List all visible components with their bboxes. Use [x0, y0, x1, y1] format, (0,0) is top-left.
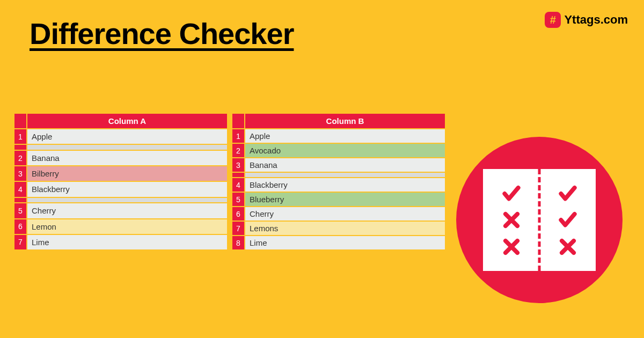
- table-row: 6Cherry: [232, 207, 445, 221]
- row-number: 4: [14, 182, 26, 196]
- table-row: 1Apple: [14, 129, 227, 144]
- row-number: 3: [14, 166, 26, 181]
- illustration-circle: [456, 137, 623, 303]
- diff-tables: Column A 1Apple2Banana3Bilberry4Blackber…: [13, 113, 446, 251]
- row-value: [27, 145, 227, 150]
- row-number: 1: [232, 129, 244, 143]
- row-number: 7: [14, 235, 26, 249]
- row-value: Lemons: [245, 222, 445, 235]
- column-b-header: Column B: [245, 114, 445, 128]
- brand: # Yttags.com: [545, 12, 628, 28]
- table-row: 8Lime: [232, 236, 445, 249]
- table-row: [14, 198, 227, 203]
- row-value: Lime: [245, 236, 445, 249]
- row-value: Avocado: [245, 144, 445, 157]
- table-row: [14, 145, 227, 150]
- table-row: 4Blackberry: [232, 178, 445, 192]
- check-icon: [501, 183, 522, 204]
- row-value: Blackberry: [27, 182, 227, 196]
- row-value: Bilberry: [27, 166, 227, 181]
- row-number: 6: [232, 207, 244, 221]
- row-value: Lime: [27, 235, 227, 249]
- row-number: 5: [232, 193, 244, 206]
- row-value: Lemon: [27, 219, 227, 234]
- table-row: 5Cherry: [14, 203, 227, 218]
- table-row: 6Lemon: [14, 219, 227, 234]
- x-icon: [558, 237, 578, 257]
- table-row: 2Banana: [14, 151, 227, 165]
- row-value: Apple: [27, 129, 227, 144]
- table-row: 5Blueberry: [232, 193, 445, 206]
- row-number: [14, 198, 26, 203]
- table-row: 2Avocado: [232, 144, 445, 157]
- row-number: 5: [14, 203, 26, 218]
- table-row: 3Bilberry: [14, 166, 227, 181]
- check-icon: [558, 183, 578, 204]
- column-a-header: Column A: [27, 114, 227, 128]
- comparison-book-icon: [483, 169, 596, 271]
- column-a-numhead: [14, 114, 26, 128]
- table-row: 3Banana: [232, 158, 445, 172]
- column-a-table: Column A 1Apple2Banana3Bilberry4Blackber…: [13, 113, 228, 251]
- column-b-table: Column B 1Apple2Avocado3Banana4Blackberr…: [231, 113, 446, 251]
- brand-name: Yttags.com: [564, 13, 628, 27]
- row-value: Cherry: [27, 203, 227, 218]
- row-number: 8: [232, 236, 244, 249]
- row-number: 1: [14, 129, 26, 144]
- book-right-page: [539, 169, 596, 271]
- row-value: Banana: [245, 158, 445, 172]
- row-value: [27, 198, 227, 203]
- page-title: Difference Checker: [30, 16, 294, 51]
- column-b-numhead: [232, 114, 244, 128]
- row-number: [232, 173, 244, 177]
- row-number: [14, 145, 26, 150]
- table-row: 1Apple: [232, 129, 445, 143]
- column-a-body: 1Apple2Banana3Bilberry4Blackberry5Cherry…: [14, 129, 227, 249]
- x-icon: [501, 210, 522, 230]
- row-value: Banana: [27, 151, 227, 165]
- row-number: 2: [232, 144, 244, 157]
- table-row: [232, 173, 445, 177]
- book-left-page: [483, 169, 539, 271]
- check-icon: [558, 210, 578, 230]
- row-number: 2: [14, 151, 26, 165]
- column-b-body: 1Apple2Avocado3Banana4Blackberry5Blueber…: [232, 129, 445, 249]
- row-value: Cherry: [245, 207, 445, 221]
- row-value: Blackberry: [245, 178, 445, 192]
- table-row: 4Blackberry: [14, 182, 227, 196]
- hashtag-icon: #: [545, 12, 561, 28]
- row-number: 3: [232, 158, 244, 172]
- table-row: 7Lemons: [232, 222, 445, 235]
- x-icon: [501, 237, 522, 257]
- row-number: 6: [14, 219, 26, 234]
- row-value: [245, 173, 445, 177]
- row-number: 4: [232, 178, 244, 192]
- row-number: 7: [232, 222, 244, 235]
- row-value: Apple: [245, 129, 445, 143]
- row-value: Blueberry: [245, 193, 445, 206]
- table-row: 7Lime: [14, 235, 227, 249]
